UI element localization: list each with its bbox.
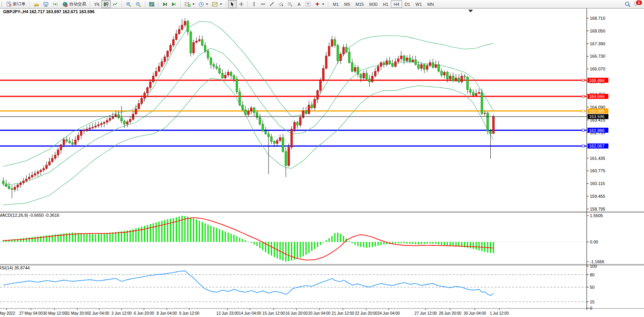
candle	[245, 110, 247, 115]
macd-histogram-bar	[441, 242, 442, 245]
price-axis[interactable]: 168.710168.050167.390166.730166.070165.4…	[587, 16, 605, 211]
macd-histogram-bar	[473, 242, 474, 249]
price-tick-label: 167.390	[590, 41, 605, 46]
macd-histogram-bar	[317, 242, 318, 247]
candle	[126, 122, 128, 124]
macd-histogram-bar	[478, 242, 480, 250]
candle	[204, 45, 206, 51]
candle	[267, 134, 269, 137]
macd-histogram-bar	[225, 231, 226, 242]
price-tick-label: 168.710	[590, 16, 605, 21]
horizontal-level-lines[interactable]	[0, 79, 587, 147]
time-tick-label: 12 Jun 23:00	[216, 311, 239, 315]
candle	[8, 186, 10, 188]
level-line-handle[interactable]	[582, 129, 584, 131]
macd-histogram-bar	[43, 236, 44, 242]
candle	[210, 58, 212, 64]
time-tick-label: 27 Jun 12:00	[414, 311, 437, 315]
candle	[337, 45, 339, 61]
macd-histogram-bar	[78, 233, 79, 242]
macd-histogram-bar	[213, 227, 214, 242]
candle	[429, 63, 431, 65]
macd-histogram-bar	[412, 242, 413, 244]
macd-histogram-bar	[199, 221, 200, 242]
macd-histogram-bar	[268, 242, 269, 254]
macd-histogram-bar	[150, 224, 151, 242]
macd-histogram-bar	[311, 242, 312, 251]
candle	[167, 51, 169, 57]
level-price-label-text: 164.644	[589, 94, 605, 99]
macd-histogram-bar	[372, 242, 373, 247]
macd-histogram-bar	[305, 242, 307, 255]
macd-histogram-bar	[476, 242, 477, 250]
candle	[360, 74, 362, 78]
candle	[334, 39, 336, 45]
macd-panel[interactable]: 1.55050.00-1.1666MACD(12,26,9) -0.6650 -…	[0, 213, 604, 264]
time-tick-label: 8 Jun 04:00	[157, 311, 177, 315]
macd-histogram-bar	[205, 223, 206, 242]
macd-histogram-bar	[228, 233, 229, 242]
candle	[487, 113, 489, 131]
candle	[195, 41, 197, 43]
candle	[305, 111, 307, 113]
macd-histogram-bar	[20, 238, 21, 242]
level-line-handle[interactable]	[582, 79, 584, 81]
macd-histogram-bar	[418, 242, 419, 245]
candle	[115, 115, 117, 117]
macd-histogram-bar	[378, 242, 379, 246]
macd-histogram-bar	[138, 228, 139, 242]
macd-histogram-bar	[23, 238, 24, 242]
macd-histogram-bar	[395, 242, 396, 243]
macd-signal-line	[3, 218, 494, 260]
macd-histogram-bar	[32, 237, 33, 242]
time-tick-label: 20 Jun 04:00	[308, 311, 331, 315]
macd-histogram-bar	[216, 228, 217, 242]
candle	[389, 61, 391, 63]
candle	[5, 184, 7, 186]
macd-histogram-bar	[176, 218, 177, 242]
macd-histogram-bar	[303, 242, 304, 256]
candle	[273, 142, 275, 144]
level-line-handle[interactable]	[582, 110, 584, 112]
candle	[363, 73, 365, 78]
candle	[351, 63, 353, 71]
time-tick-label: 27 May 04:00	[19, 311, 43, 315]
candle	[320, 80, 322, 91]
macd-histogram-bar	[104, 233, 105, 242]
rsi-label: RSI(14) 35.8744	[0, 266, 30, 270]
candle	[481, 93, 483, 114]
macd-histogram-bar	[435, 242, 437, 244]
candle	[112, 117, 114, 118]
price-tick-label: 160.115	[590, 181, 605, 186]
macd-histogram-bar	[190, 218, 191, 242]
level-price-label-text: 162.067	[589, 144, 605, 148]
price-tick-label: 159.455	[590, 194, 605, 199]
macd-histogram-bar	[430, 242, 431, 243]
level-line-handle[interactable]	[582, 145, 584, 147]
chart-shift-marker[interactable]	[468, 10, 473, 12]
rsi-panel[interactable]: 1008050150RSI(14) 35.8744	[0, 264, 597, 310]
macd-histogram-bar	[147, 225, 148, 242]
level-line-handle[interactable]	[582, 95, 584, 98]
candle	[440, 71, 442, 75]
candle	[216, 67, 218, 69]
candle	[472, 93, 474, 95]
macd-histogram-bar	[369, 242, 370, 247]
macd-histogram-bar	[40, 236, 41, 242]
candle	[187, 21, 189, 32]
price-tick-label: 166.730	[590, 54, 605, 58]
candle	[406, 58, 408, 60]
macd-histogram-bar	[415, 242, 416, 244]
chart-canvas[interactable]: 168.710168.050167.390166.730166.070165.4…	[0, 0, 644, 317]
candle	[366, 73, 368, 79]
time-axis[interactable]: May 202227 May 04:0030 May 12:0031 May 2…	[0, 308, 509, 315]
candle	[123, 121, 125, 124]
candle	[403, 56, 405, 60]
candle	[190, 32, 192, 53]
candle	[397, 59, 399, 62]
candle	[63, 140, 65, 145]
macd-histogram-bar	[297, 242, 298, 259]
candle	[2, 181, 4, 183]
candle	[158, 67, 160, 71]
time-tick-label: 2 Jun 04:00	[89, 311, 110, 315]
